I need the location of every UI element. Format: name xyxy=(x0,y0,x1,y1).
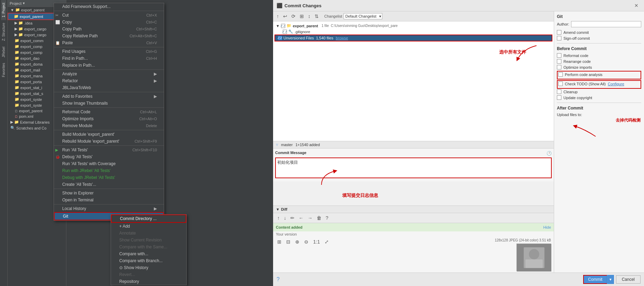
diff-delete-btn[interactable]: 🗑 xyxy=(315,214,323,221)
menu-rebuild-module[interactable]: Rebuild Module 'export_parent' Ctrl+Shif… xyxy=(54,138,164,145)
cancel-button[interactable]: Cancel xyxy=(616,275,641,284)
menu-open-terminal[interactable]: Open in Terminal xyxy=(54,197,164,203)
optimize-imports-checkbox[interactable] xyxy=(557,65,561,69)
diff-back-btn[interactable]: ← xyxy=(297,214,305,221)
toolbar-up-btn[interactable]: ↑ xyxy=(275,13,280,20)
menu-sep-5 xyxy=(54,107,164,108)
menu-debug-jrebel[interactable]: Debug with JRebel 'All Tests' xyxy=(54,174,164,181)
menu-find-usages[interactable]: Find Usages Ctrl+G xyxy=(54,48,164,55)
option-cleanup: Cleanup xyxy=(557,89,641,94)
configure-link[interactable]: Configure xyxy=(608,82,624,86)
commit-tree-gitignore[interactable]: ✓ 🔧 .gitignore xyxy=(274,29,552,35)
menu-find-in-path[interactable]: Find in Path... Ctrl+H xyxy=(54,55,164,62)
context-menu: Add Framework Support... ✂ Cut Ctrl+X ⬜ … xyxy=(54,3,164,221)
help-icon[interactable]: ? xyxy=(277,276,280,283)
perform-analysis-checkbox[interactable] xyxy=(558,72,563,77)
submenu-commit-dir-label: Commit Directory ... xyxy=(120,216,157,221)
side-tab-jrebel[interactable]: JRebel xyxy=(1,44,6,60)
toolbar-undo-btn[interactable]: ↩ xyxy=(282,13,289,20)
unversioned-checkbox[interactable]: ✓ xyxy=(278,36,282,40)
menu-paste[interactable]: 📋 Paste Ctrl+V xyxy=(54,39,164,46)
author-input[interactable] xyxy=(571,21,641,27)
menu-run-tests[interactable]: ▶ Run 'All Tests' Ctrl+Shift+F10 xyxy=(54,146,164,153)
menu-add-framework[interactable]: Add Framework Support... xyxy=(54,3,164,10)
dialog-close-button[interactable]: ✕ xyxy=(632,2,641,9)
diff-toggle-icon[interactable]: ▼ xyxy=(276,207,280,211)
sign-off-label: Sign-off commit xyxy=(563,36,590,40)
menu-open-terminal-label: Open in Terminal xyxy=(62,198,94,202)
menu-jbl-label: JBLJavaToWeb xyxy=(62,85,91,90)
menu-run-coverage[interactable]: Run 'All Tests' with Coverage xyxy=(54,160,164,167)
commit-tree-export-parent[interactable]: ▼ ✓ 📁 export_parent 1 file C:\Users\xinm… xyxy=(274,23,552,29)
diff-table-btn[interactable]: ⊟ xyxy=(285,238,292,245)
toolbar-sort2-btn[interactable]: ⇅ xyxy=(313,13,320,20)
commit-message-clock-icon[interactable]: 🕐 xyxy=(547,151,552,156)
menu-replace-in-path[interactable]: Replace in Path... xyxy=(54,62,164,69)
diff-hide-btn[interactable]: Hide xyxy=(543,225,551,229)
label-scratches: Scratches and Co xyxy=(16,126,46,130)
analyze-arrow: ▶ xyxy=(154,72,157,76)
toolbar-grid-btn[interactable]: ⊞ xyxy=(298,13,305,20)
gitignore-checkbox[interactable]: ✓ xyxy=(283,30,287,34)
commit-dropdown-arrow-button[interactable]: ▾ xyxy=(607,275,614,284)
menu-create-tests[interactable]: Create 'All Tests'... xyxy=(54,181,164,188)
rearrange-code-checkbox[interactable] xyxy=(557,59,561,64)
dialog-titlebar: ⬛ Commit Changes ✕ xyxy=(273,0,644,11)
menu-debug-tests[interactable]: 🐞 Debug 'All Tests' xyxy=(54,153,164,160)
submenu-compare-branch[interactable]: Compare with Branch... xyxy=(111,257,186,264)
sign-off-checkbox[interactable] xyxy=(557,36,561,40)
menu-show-explorer[interactable]: Show in Explorer xyxy=(54,190,164,197)
diff-up-btn[interactable]: ↑ xyxy=(276,214,281,221)
toolbar-refresh-btn[interactable]: ⟳ xyxy=(290,13,297,20)
menu-refactor[interactable]: Refactor ▶ xyxy=(54,77,164,84)
diff-plus-btn[interactable]: ⊕ xyxy=(294,238,301,245)
amend-commit-checkbox[interactable] xyxy=(557,30,561,35)
submenu-add[interactable]: + Add xyxy=(111,223,186,230)
commit-tree-unversioned[interactable]: ✓ Unversioned Files 1,540 files browse xyxy=(274,35,552,41)
tree-header-dropdown[interactable]: ▾ xyxy=(23,1,25,6)
diff-minus-btn[interactable]: ⊖ xyxy=(303,238,310,245)
submenu-show-history[interactable]: ⊙ Show History xyxy=(111,264,186,271)
menu-build-module[interactable]: Build Module 'export_parent' xyxy=(54,131,164,138)
side-tab-project[interactable]: 1: Project xyxy=(1,0,6,20)
side-tab-structure[interactable]: Z: Structure xyxy=(1,20,6,44)
submenu-compare-with[interactable]: Compare with... xyxy=(111,250,186,257)
diff-help-btn[interactable]: ? xyxy=(324,214,330,221)
update-copyright-checkbox[interactable] xyxy=(557,95,561,100)
menu-remove-module[interactable]: Remove Module Delete xyxy=(54,122,164,129)
diff-grid-btn[interactable]: ⊞ xyxy=(276,238,283,245)
menu-run-jrebel[interactable]: Run with JRebel 'All Tests' xyxy=(54,167,164,174)
cleanup-checkbox[interactable] xyxy=(557,89,561,94)
toolbar-sort1-btn[interactable]: ↕ xyxy=(307,13,312,20)
label-pom: pom.xml xyxy=(19,114,34,118)
diff-down-btn[interactable]: ↓ xyxy=(282,214,288,221)
changelist-dropdown[interactable]: Default Changelist ▾ xyxy=(344,13,382,19)
menu-copy-rel-path[interactable]: Copy Relative Path Ctrl+Alt+Shift+C xyxy=(54,32,164,39)
label-dao: export_dao xyxy=(20,56,39,60)
menu-reformat-code[interactable]: Reformat Code Ctrl+Alt+L xyxy=(54,108,164,115)
option-optimize-imports: Optimize imports xyxy=(557,65,641,69)
submenu-commit-dir[interactable]: Commit Directory ... xyxy=(111,214,186,223)
submenu-repository[interactable]: Repository xyxy=(111,278,186,285)
menu-copy[interactable]: ⬜ Copy Ctrl+C xyxy=(54,19,164,26)
menu-cut[interactable]: ✂ Cut Ctrl+X xyxy=(54,12,164,19)
diff-fwd-btn[interactable]: → xyxy=(306,214,314,221)
side-tab-favorites[interactable]: Favorites xyxy=(1,60,6,80)
diff-ratio-btn[interactable]: 1:1 xyxy=(312,238,321,245)
menu-jbl[interactable]: JBLJavaToWeb xyxy=(54,84,164,91)
menu-analyze[interactable]: Analyze ▶ xyxy=(54,70,164,77)
menu-show-thumbnails[interactable]: Show Image Thumbnails xyxy=(54,100,164,107)
diff-edit-btn[interactable]: ✏ xyxy=(289,214,296,221)
menu-optimize-imports[interactable]: Optimize Imports Ctrl+Alt+O xyxy=(54,115,164,122)
reformat-code-checkbox[interactable] xyxy=(557,53,561,58)
menu-copy-path[interactable]: Copy Path Ctrl+Shift+C xyxy=(54,26,164,32)
menu-local-history[interactable]: Local History ▶ xyxy=(54,205,164,212)
check-todo-checkbox[interactable] xyxy=(558,82,563,86)
diff-expand-btn[interactable]: ⤢ xyxy=(323,238,330,245)
commit-message-input[interactable]: 初始化项目 xyxy=(275,158,552,178)
unversioned-browse[interactable]: browse xyxy=(336,36,348,40)
commit-button[interactable]: Commit xyxy=(583,275,607,284)
menu-find-usages-shortcut: Ctrl+G xyxy=(146,49,157,54)
menu-add-favorites[interactable]: Add to Favorites ▶ xyxy=(54,93,164,100)
export-parent-checkbox[interactable]: ✓ xyxy=(281,24,285,28)
